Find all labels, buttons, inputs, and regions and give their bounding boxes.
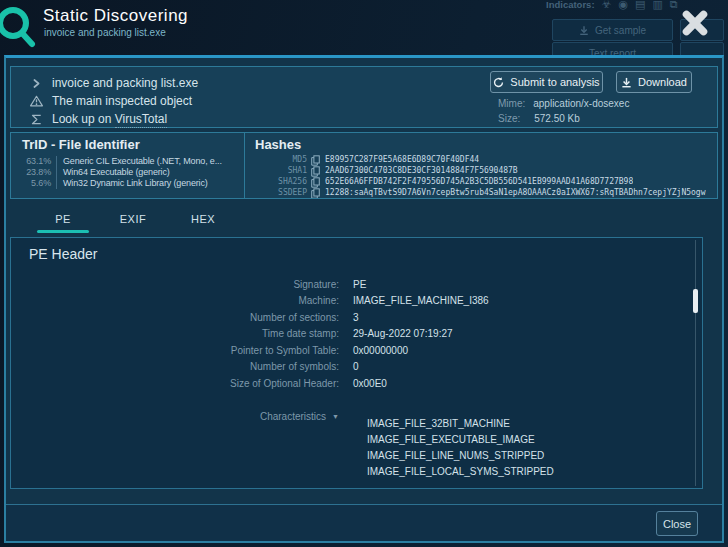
pe-field-label: Signature:: [11, 279, 353, 290]
characteristic-value: IMAGE_FILE_EXECUTABLE_IMAGE: [367, 431, 554, 447]
get-sample-button[interactable]: Get sample: [552, 19, 673, 41]
pe-field-row: Size of Optional Header: 0x00E0: [11, 375, 688, 392]
filename-text: invoice and packing list.exe: [52, 76, 198, 90]
trid-percent: 63.1%: [11, 156, 57, 167]
trid-row: 5.6% Win32 Dynamic Link Library (generic…: [11, 178, 244, 189]
trid-section: TrID - File Identifier 63.1% Generic CIL…: [11, 133, 244, 198]
pe-field-row: Machine: IMAGE_FILE_MACHINE_I386: [11, 293, 688, 310]
eye-icon[interactable]: ◉: [618, 0, 628, 10]
copy-icon[interactable]: [311, 155, 320, 166]
tab-exif[interactable]: EXIF: [98, 205, 168, 233]
trid-row: 63.1% Generic CIL Executable (.NET, Mono…: [11, 156, 244, 167]
characteristic-value: IMAGE_FILE_LINE_NUMS_STRIPPED: [367, 447, 554, 463]
copy-icon[interactable]: [311, 166, 320, 177]
size-label: Size:: [498, 113, 520, 124]
virustotal-link[interactable]: Look up on VirusTotal: [30, 112, 167, 126]
pe-field-value: IMAGE_FILE_MACHINE_I386: [353, 295, 489, 306]
inspected-object-row: The main inspected object: [30, 94, 192, 108]
virustotal-icon: [30, 114, 43, 125]
pe-field-label: Time date stamp:: [11, 328, 353, 339]
download-button[interactable]: Download: [616, 71, 692, 93]
report-icon[interactable]: ▤: [635, 0, 645, 10]
copy-docs-icon[interactable]: ⧉: [670, 0, 678, 10]
scrollbar-thumb[interactable]: [693, 289, 698, 313]
pe-field-row: Number of sections: 3: [11, 309, 688, 326]
trid-hashes-panel: TrID - File Identifier 63.1% Generic CIL…: [10, 132, 718, 199]
mime-value: application/x-dosexec: [533, 98, 629, 109]
inspected-object-text: The main inspected object: [52, 94, 192, 108]
hash-label: MD5: [245, 155, 307, 166]
exe-doc-icon[interactable]: ▥: [652, 0, 662, 10]
biohazard-icon[interactable]: ☣: [602, 0, 612, 10]
size-row: Size:572.50 Kb: [498, 113, 580, 124]
hash-value: 652E66A6FFDB742F2F479556D745A2B3C5DB556D…: [325, 177, 633, 188]
static-discovering-modal: invoice and packing list.exe The main in…: [4, 55, 724, 543]
copy-icon[interactable]: [311, 188, 320, 199]
download-icon: [621, 77, 632, 88]
pe-field-value: 0x00000000: [353, 345, 408, 356]
copy-icon[interactable]: [311, 177, 320, 188]
hash-value: 12288:saAqTBvtS9D7A6Vn7cepBtw5rub4SaN1ep…: [325, 188, 706, 199]
pe-field-row: Time date stamp: 29-Aug-2022 07:19:27: [11, 326, 688, 343]
pe-field-row: Pointer to Symbol Table: 0x00000000: [11, 342, 688, 359]
mime-row: Mime:application/x-dosexec: [498, 98, 629, 109]
trid-percent: 23.8%: [11, 167, 57, 178]
pe-field-row: Number of symbols: 0: [11, 359, 688, 376]
download-icon: [579, 25, 589, 36]
pe-field-value: 0x00E0: [353, 378, 387, 389]
indicators-label: Indicators:: [546, 0, 595, 10]
submit-to-analysis-label: Submit to analysis: [510, 76, 599, 88]
pe-field-row: Signature: PE: [11, 276, 688, 293]
hash-value: 2AAD67300C4703C8DE30CF3014884F7F5690487B: [325, 166, 518, 177]
pe-header-title: PE Header: [29, 246, 97, 262]
scrollbar-track[interactable]: [695, 240, 696, 486]
pe-content-panel: PE Header Signature: PE Machine: IMAGE_F…: [10, 237, 703, 489]
warning-icon: [30, 95, 43, 107]
trid-title: TrID - File Identifier: [22, 137, 140, 152]
hash-row: MD5 E89957C287F9E5A68E6D89C70F40DF44: [245, 155, 713, 166]
tab-hex[interactable]: HEX: [168, 205, 238, 233]
pe-field-value: PE: [353, 279, 366, 290]
hash-row: SHA256 652E66A6FFDB742F2F479556D745A2B3C…: [245, 177, 713, 188]
close-button[interactable]: Close: [656, 511, 698, 536]
submit-to-analysis-button[interactable]: Submit to analysis: [490, 71, 603, 93]
characteristic-value: IMAGE_FILE_LOCAL_SYMS_STRIPPED: [367, 463, 554, 479]
hashes-title: Hashes: [255, 137, 301, 152]
window-subtitle-filename: invoice and packing list.exe: [44, 27, 166, 38]
close-icon[interactable]: [679, 7, 711, 39]
file-info-panel: invoice and packing list.exe The main in…: [10, 66, 718, 128]
pe-field-label: Machine:: [11, 295, 353, 306]
trid-name: Win64 Executable (generic): [57, 167, 170, 178]
refresh-icon: [493, 77, 504, 88]
trid-name: Win32 Dynamic Link Library (generic): [57, 178, 208, 189]
indicators-bar: Indicators: ☣ ◉ ▤ ▥ ⧉: [546, 0, 678, 10]
virustotal-prefix: Look up on: [52, 112, 115, 126]
tab-pe[interactable]: PE: [28, 205, 98, 233]
trid-percent: 5.6%: [11, 178, 57, 189]
hash-label: SSDEEP: [245, 188, 307, 199]
pe-field-value: 0: [353, 361, 359, 372]
download-label: Download: [638, 76, 687, 88]
hash-label: SHA256: [245, 177, 307, 188]
chevron-down-icon: ▼: [332, 413, 339, 420]
hash-value: E89957C287F9E5A68E6D89C70F40DF44: [325, 155, 479, 166]
hash-row: SHA1 2AAD67300C4703C8DE30CF3014884F7F569…: [245, 166, 713, 177]
hash-label: SHA1: [245, 166, 307, 177]
chevron-right-icon: [30, 78, 43, 89]
hashes-section: Hashes MD5 E89957C287F9E5A68E6D89C70F40D…: [244, 133, 717, 198]
virustotal-link-text: VirusTotal: [115, 112, 167, 128]
pe-field-value: 29-Aug-2022 07:19:27: [353, 328, 453, 339]
trid-name: Generic CIL Executable (.NET, Mono, e...: [57, 156, 222, 167]
modal-footer: Close: [6, 504, 722, 541]
size-value: 572.50 Kb: [534, 113, 580, 124]
characteristics-label: Characteristics: [260, 411, 326, 422]
pe-field-label: Pointer to Symbol Table:: [11, 345, 353, 356]
characteristics-row[interactable]: Characteristics▼: [11, 408, 688, 425]
mime-label: Mime:: [498, 98, 525, 109]
filename-row[interactable]: invoice and packing list.exe: [30, 76, 198, 90]
tab-bar: PE EXIF HEX: [10, 205, 238, 233]
pe-field-label: Size of Optional Header:: [11, 378, 353, 389]
get-sample-label: Get sample: [595, 25, 646, 36]
trid-row: 23.8% Win64 Executable (generic): [11, 167, 244, 178]
magnifier-logo-icon: [0, 4, 40, 52]
